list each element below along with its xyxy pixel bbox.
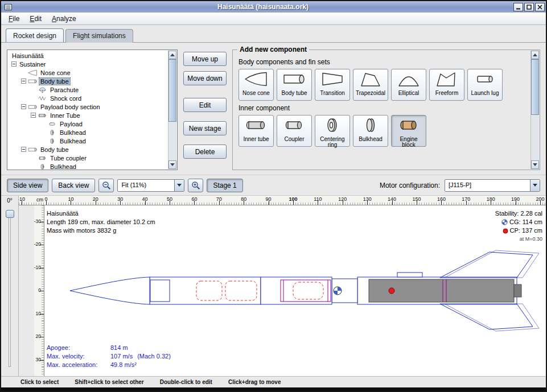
bodytube-icon: [28, 146, 38, 153]
tree-collapse-icon[interactable]: [20, 104, 27, 109]
tree-item-label: Bulkhead: [49, 163, 77, 170]
chevron-down-icon[interactable]: [530, 180, 540, 191]
tree-item-parachute[interactable]: Parachute: [7, 85, 168, 94]
tree-item-label: Shock cord: [49, 95, 83, 102]
ruler-tick-label: -20: [34, 241, 41, 247]
ruler-tick-label: 50: [167, 196, 172, 202]
fin-top[interactable]: [440, 252, 533, 278]
innertube-icon: [38, 112, 47, 119]
edit-button[interactable]: Edit: [183, 98, 227, 112]
tree-item-shock-cord[interactable]: Shock cord: [7, 94, 168, 102]
nose-cone[interactable]: [70, 277, 150, 304]
tree-item-tube-coupler[interactable]: Tube coupler: [7, 154, 168, 162]
delete-button[interactable]: Delete: [183, 145, 227, 159]
titlebar[interactable]: Haisunäätä (haisunaata.ork): [1, 1, 546, 13]
add-panel-scroll-thumb[interactable]: [531, 59, 539, 115]
bodytube-icon: [28, 104, 38, 110]
tree-collapse-icon[interactable]: [30, 113, 36, 118]
tree-scrollbar[interactable]: [168, 51, 176, 169]
rocket-canvas[interactable]: Haisunäätä Length 189 cm, max. diameter …: [44, 205, 546, 376]
rocket-mass: Mass with motors 3832 g: [47, 226, 155, 235]
tree-item-inner-tube[interactable]: Inner Tube: [7, 111, 168, 119]
move-up-button[interactable]: Move up: [183, 52, 227, 66]
stage-1-toggle[interactable]: Stage 1: [207, 179, 242, 192]
tab-flight-simulations[interactable]: Flight simulations: [65, 29, 133, 43]
add-centering-ring-button[interactable]: Centering ring: [315, 115, 350, 147]
scroll-up-button[interactable]: [531, 51, 539, 59]
ruler-unit-label: cm: [35, 197, 44, 203]
tab-bar: Rocket designFlight simulations: [1, 25, 546, 43]
close-button[interactable]: [535, 3, 545, 11]
ruler-tick-label: 0: [44, 196, 47, 202]
tree-item-haisun-t[interactable]: Haisunäätä: [7, 51, 168, 60]
tree-item-label: Haisunäätä: [11, 52, 45, 59]
add-inner-tube-button[interactable]: Inner tube: [238, 115, 274, 147]
add-coupler-button[interactable]: Coupler: [277, 115, 312, 147]
add-panel-scrollbar[interactable]: [530, 51, 539, 169]
menu-file[interactable]: File: [3, 14, 24, 24]
centering-ring-icon: [320, 117, 345, 134]
tree-collapse-icon[interactable]: [20, 147, 27, 152]
tree-item-nose-cone[interactable]: Nose cone: [7, 68, 168, 77]
zoom-in-button[interactable]: [188, 179, 203, 192]
move-down-button[interactable]: Move down: [183, 71, 227, 85]
horizontal-ruler: cm -100102030405060708090100110120130140…: [19, 196, 546, 205]
parachute-icon: [38, 86, 47, 93]
tree-collapse-icon[interactable]: [11, 61, 17, 67]
motor-config-select[interactable]: [J115-P]: [445, 179, 540, 192]
add-bulkhead-button[interactable]: Bulkhead: [353, 115, 388, 147]
tree-scroll-track[interactable]: [168, 59, 176, 160]
add-body-tube-button[interactable]: Body tube: [277, 69, 312, 101]
menu-edit[interactable]: Edit: [24, 14, 47, 24]
transition-icon: [320, 71, 345, 88]
window-menu-icon[interactable]: [3, 3, 13, 11]
tree-item-bulkhead[interactable]: Bulkhead: [7, 137, 168, 145]
motor-nozzle[interactable]: [514, 284, 521, 297]
tree-item-label: Inner Tube: [49, 112, 81, 119]
zoom-out-icon: [102, 181, 111, 190]
tree-item-body-tube[interactable]: Body tube: [7, 145, 168, 154]
tree-item-bulkhead[interactable]: Bulkhead: [7, 162, 168, 170]
add-nose-cone-button[interactable]: Nose cone: [238, 69, 274, 101]
menu-analyze[interactable]: Analyze: [47, 14, 81, 24]
scroll-up-button[interactable]: [168, 51, 176, 59]
add-freeform-button[interactable]: Freeform: [429, 69, 464, 101]
tree-item-body-tube[interactable]: Body tube: [7, 77, 168, 85]
scroll-down-button[interactable]: [168, 160, 176, 169]
tree-scroll-thumb[interactable]: [168, 59, 176, 122]
add-transition-button[interactable]: Transition: [315, 69, 350, 101]
freeform-fin-icon: [434, 71, 459, 88]
zoom-out-button[interactable]: [98, 179, 114, 192]
tab-rocket-design[interactable]: Rocket design: [6, 28, 64, 42]
minimize-button[interactable]: [513, 3, 523, 11]
back-view-button[interactable]: Back view: [52, 179, 95, 192]
new-stage-button[interactable]: New stage: [183, 121, 227, 135]
add-elliptical-button[interactable]: Elliptical: [391, 69, 426, 101]
innertube-icon: [244, 117, 269, 135]
zoom-value: Fit (11%): [118, 180, 174, 191]
tree-item-bulkhead[interactable]: Bulkhead: [7, 128, 168, 137]
scroll-down-button[interactable]: [531, 160, 539, 169]
payload-body-section[interactable]: [261, 277, 332, 304]
inner-component-label: Inner component: [238, 104, 527, 112]
ruler-tick-label: 60: [191, 196, 197, 202]
rotation-slider[interactable]: [9, 211, 11, 367]
ruler-tick-label: -30: [34, 218, 41, 224]
maximize-button[interactable]: [524, 3, 534, 11]
tree-collapse-icon[interactable]: [20, 79, 27, 84]
add-panel-scroll-track[interactable]: [531, 59, 539, 160]
stability-info: Stability: 2.28 cal CG: 114 cm CP: 137 c…: [495, 209, 542, 244]
add-launch-lug-button[interactable]: Launch lug: [467, 69, 503, 101]
zoom-select[interactable]: Fit (11%): [117, 179, 184, 192]
launch-lug[interactable]: [397, 273, 422, 277]
side-view-button[interactable]: Side view: [7, 179, 48, 192]
shockcord-icon: [38, 95, 47, 102]
tree-item-payload-body-section[interactable]: Payload body section: [7, 102, 168, 111]
fin-bottom[interactable]: [440, 304, 533, 329]
rotation-slider-thumb[interactable]: [6, 210, 14, 218]
tree-item-payload[interactable]: Payload: [7, 119, 168, 128]
tree-item-sustainer[interactable]: Sustainer: [7, 60, 168, 68]
chevron-down-icon[interactable]: [174, 180, 184, 191]
add-engine-block-button[interactable]: Engine block: [391, 115, 426, 147]
add-trapezoidal-button[interactable]: Trapezoidal: [353, 69, 388, 101]
